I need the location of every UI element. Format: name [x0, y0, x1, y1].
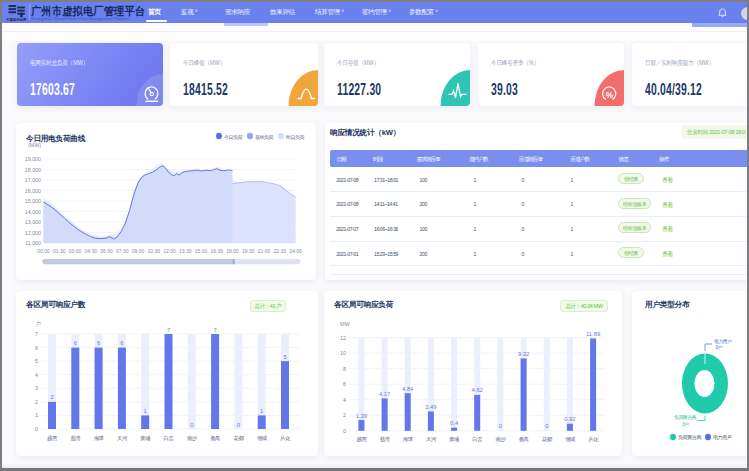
svg-text:4: 4	[35, 372, 38, 378]
svg-text:负荷聚合商: 负荷聚合商	[678, 434, 701, 441]
svg-text:荔湾: 荔湾	[70, 435, 81, 442]
svg-text:1: 1	[260, 408, 263, 414]
svg-text:11,000: 11,000	[25, 240, 41, 246]
svg-text:1: 1	[35, 412, 38, 418]
svg-text:15:00: 15:00	[195, 248, 208, 254]
svg-text:16:30: 16:30	[211, 248, 224, 254]
svg-text:番禺: 番禺	[210, 435, 220, 442]
svg-text:0.4: 0.4	[450, 420, 459, 426]
svg-text:03:00: 03:00	[69, 248, 82, 254]
svg-text:18,000: 18,000	[25, 167, 41, 173]
svg-text:2.49: 2.49	[425, 404, 436, 410]
svg-text:7: 7	[167, 327, 170, 333]
svg-text:4.17: 4.17	[379, 391, 390, 397]
svg-text:04:30: 04:30	[85, 248, 98, 254]
svg-text:7: 7	[213, 327, 216, 333]
svg-text:19:30: 19:30	[242, 248, 255, 254]
svg-text:0: 0	[190, 422, 193, 428]
svg-text:17,000: 17,000	[25, 177, 41, 183]
svg-text:昨日负荷: 昨日负荷	[286, 134, 305, 141]
svg-text:4.84: 4.84	[402, 386, 414, 392]
svg-text:黄埔: 黄埔	[449, 436, 459, 442]
svg-text:MW: MW	[340, 321, 351, 327]
svg-text:12: 12	[340, 335, 346, 341]
svg-text:负荷聚合商: 负荷聚合商	[674, 414, 697, 421]
svg-text:天河: 天河	[426, 436, 437, 442]
svg-text:6: 6	[74, 340, 77, 346]
svg-text:0: 0	[545, 423, 548, 429]
svg-text:1.39: 1.39	[356, 413, 367, 419]
svg-text:0: 0	[499, 423, 502, 429]
svg-text:海珠: 海珠	[94, 435, 105, 442]
svg-text:户: 户	[36, 321, 42, 327]
svg-text:%: %	[606, 91, 614, 100]
svg-text:今日负荷: 今日负荷	[224, 134, 243, 141]
svg-text:从化: 从化	[280, 435, 291, 442]
svg-text:8: 8	[343, 366, 346, 372]
svg-text:0: 0	[237, 422, 240, 428]
svg-text:13:30: 13:30	[179, 248, 192, 254]
svg-text:01:30: 01:30	[53, 248, 66, 254]
svg-text:12:00: 12:00	[163, 248, 176, 254]
svg-text:0: 0	[343, 428, 346, 434]
svg-text:19,000: 19,000	[25, 156, 41, 162]
svg-text:09:00: 09:00	[132, 248, 145, 254]
svg-text:白云: 白云	[164, 435, 175, 442]
svg-text:南沙: 南沙	[496, 436, 507, 443]
svg-text:6: 6	[97, 340, 100, 346]
svg-text:花都: 花都	[234, 435, 245, 442]
svg-text:越秀: 越秀	[47, 435, 58, 442]
svg-text:13,000: 13,000	[25, 219, 41, 225]
svg-text:9.32: 9.32	[518, 351, 529, 357]
svg-text:0: 0	[35, 426, 38, 432]
svg-text:16,000: 16,000	[25, 188, 41, 194]
svg-text:2: 2	[343, 412, 346, 418]
svg-text:天河: 天河	[117, 435, 128, 441]
svg-text:增城: 增城	[565, 436, 576, 442]
svg-text:增城: 增城	[257, 435, 268, 441]
svg-text:21:00: 21:00	[258, 248, 271, 254]
svg-text:越秀: 越秀	[357, 436, 368, 443]
svg-text:14,000: 14,000	[25, 209, 41, 215]
svg-text:11.89: 11.89	[586, 331, 600, 337]
svg-text:15,000: 15,000	[25, 198, 41, 204]
svg-text:1: 1	[144, 408, 147, 414]
svg-text:5: 5	[35, 358, 38, 364]
svg-text:电力用户: 电力用户	[713, 434, 732, 441]
svg-text:12,000: 12,000	[25, 230, 41, 236]
svg-text:22:30: 22:30	[274, 248, 287, 254]
svg-text:基线负荷: 基线负荷	[255, 134, 274, 140]
svg-text:5: 5	[283, 354, 286, 360]
svg-text:4.62: 4.62	[472, 387, 483, 393]
svg-text:海珠: 海珠	[403, 436, 414, 443]
svg-text:6: 6	[35, 345, 38, 351]
svg-text:电力用户: 电力用户	[714, 338, 732, 345]
svg-text:2: 2	[35, 399, 38, 405]
svg-text:3: 3	[35, 385, 38, 391]
svg-text:10: 10	[340, 350, 346, 356]
svg-text:白云: 白云	[472, 436, 483, 443]
svg-text:0户: 0户	[716, 344, 723, 350]
svg-text:3户: 3户	[682, 421, 689, 427]
svg-text:荔湾: 荔湾	[380, 436, 391, 443]
svg-text:00:00: 00:00	[37, 248, 50, 254]
svg-text:06:00: 06:00	[100, 248, 113, 254]
svg-text:6: 6	[120, 340, 123, 346]
svg-text:0.92: 0.92	[564, 416, 575, 422]
svg-text:从化: 从化	[588, 436, 599, 443]
svg-text:黄埔: 黄埔	[140, 435, 150, 441]
svg-text:(MW): (MW)	[28, 142, 41, 148]
svg-text:07:30: 07:30	[116, 248, 129, 254]
svg-text:2: 2	[50, 394, 53, 400]
svg-text:番禺: 番禺	[519, 436, 529, 443]
svg-text:10:30: 10:30	[148, 248, 161, 254]
svg-text:南沙: 南沙	[187, 435, 198, 442]
svg-text:6: 6	[343, 381, 346, 387]
svg-text:24:00: 24:00	[289, 248, 302, 254]
svg-text:4: 4	[343, 397, 346, 403]
svg-text:18:00: 18:00	[226, 248, 239, 254]
svg-text:7: 7	[35, 331, 38, 337]
svg-text:花都: 花都	[542, 436, 553, 443]
